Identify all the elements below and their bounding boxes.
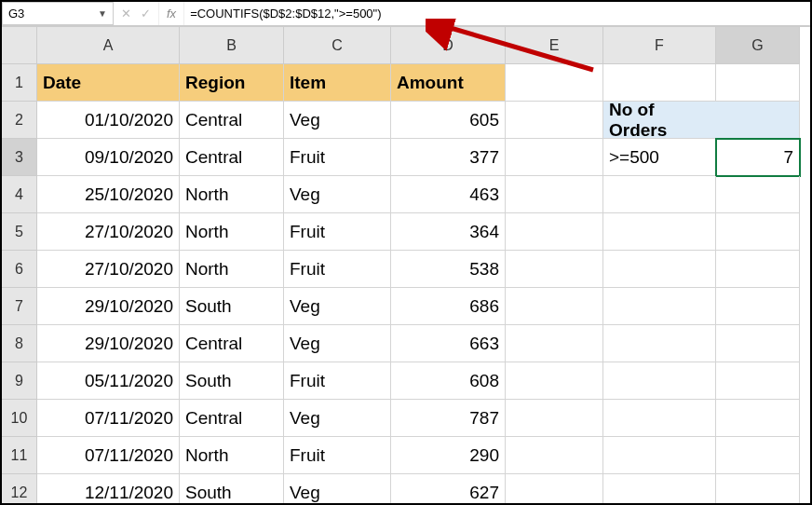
cell-C2[interactable]: Veg — [284, 102, 391, 139]
cell-F9[interactable] — [603, 362, 716, 400]
col-header-A[interactable]: A — [37, 27, 180, 64]
cell-D6[interactable]: 538 — [391, 251, 506, 288]
cell-G2[interactable] — [716, 102, 800, 139]
row-header-5[interactable]: 5 — [2, 213, 37, 251]
cell-F1[interactable] — [603, 64, 716, 102]
cell-E5[interactable] — [506, 213, 603, 251]
row-header-6[interactable]: 6 — [2, 251, 37, 288]
cell-E10[interactable] — [506, 400, 603, 437]
cell-B7[interactable]: South — [180, 288, 284, 325]
row-header-1[interactable]: 1 — [2, 64, 37, 102]
cell-D10[interactable]: 787 — [391, 400, 506, 437]
row-header-9[interactable]: 9 — [2, 362, 37, 400]
cell-A8[interactable]: 29/10/2020 — [37, 325, 180, 362]
cell-B9[interactable]: South — [180, 362, 284, 400]
cell-E6[interactable] — [506, 251, 603, 288]
cell-D3[interactable]: 377 — [391, 139, 506, 176]
header-item[interactable]: Item — [284, 64, 391, 102]
cell-F10[interactable] — [603, 400, 716, 437]
cell-F12[interactable] — [603, 474, 716, 505]
row-header-4[interactable]: 4 — [2, 176, 37, 213]
select-all-corner[interactable] — [2, 27, 37, 64]
cell-A7[interactable]: 29/10/2020 — [37, 288, 180, 325]
cell-F11[interactable] — [603, 437, 716, 474]
row-header-11[interactable]: 11 — [2, 437, 37, 474]
row-header-3[interactable]: 3 — [2, 139, 37, 176]
cell-E2[interactable] — [506, 102, 603, 139]
cell-B4[interactable]: North — [180, 176, 284, 213]
row-header-10[interactable]: 10 — [2, 400, 37, 437]
cell-A3[interactable]: 09/10/2020 — [37, 139, 180, 176]
summary-result-G3[interactable]: 7 — [716, 139, 800, 176]
col-header-D[interactable]: D — [391, 27, 506, 64]
header-amount[interactable]: Amount — [391, 64, 506, 102]
cell-D12[interactable]: 627 — [391, 474, 506, 505]
cell-B2[interactable]: Central — [180, 102, 284, 139]
cell-F8[interactable] — [603, 325, 716, 362]
cell-C5[interactable]: Fruit — [284, 213, 391, 251]
cell-G7[interactable] — [716, 288, 800, 325]
summary-criteria-F3[interactable]: >=500 — [603, 139, 716, 176]
cell-A12[interactable]: 12/11/2020 — [37, 474, 180, 505]
cell-D5[interactable]: 364 — [391, 213, 506, 251]
cell-A10[interactable]: 07/11/2020 — [37, 400, 180, 437]
col-header-F[interactable]: F — [603, 27, 716, 64]
cell-A2[interactable]: 01/10/2020 — [37, 102, 180, 139]
enter-icon[interactable]: ✓ — [141, 7, 151, 20]
cell-G5[interactable] — [716, 213, 800, 251]
cell-B5[interactable]: North — [180, 213, 284, 251]
cell-E12[interactable] — [506, 474, 603, 505]
cell-G10[interactable] — [716, 400, 800, 437]
cell-G12[interactable] — [716, 474, 800, 505]
cell-F6[interactable] — [603, 251, 716, 288]
header-date[interactable]: Date — [37, 64, 180, 102]
cell-D11[interactable]: 290 — [391, 437, 506, 474]
cell-F4[interactable] — [603, 176, 716, 213]
cell-C10[interactable]: Veg — [284, 400, 391, 437]
cell-B10[interactable]: Central — [180, 400, 284, 437]
row-header-12[interactable]: 12 — [2, 474, 37, 505]
cell-C11[interactable]: Fruit — [284, 437, 391, 474]
cell-A4[interactable]: 25/10/2020 — [37, 176, 180, 213]
cell-G9[interactable] — [716, 362, 800, 400]
cell-C6[interactable]: Fruit — [284, 251, 391, 288]
row-header-2[interactable]: 2 — [2, 102, 37, 139]
cell-D8[interactable]: 663 — [391, 325, 506, 362]
cell-C4[interactable]: Veg — [284, 176, 391, 213]
cell-G6[interactable] — [716, 251, 800, 288]
fx-label[interactable]: fx — [159, 2, 184, 25]
col-header-E[interactable]: E — [506, 27, 603, 64]
name-box-dropdown-icon[interactable]: ▼ — [98, 8, 107, 19]
cell-F7[interactable] — [603, 288, 716, 325]
formula-input[interactable]: =COUNTIFS($D$2:$D$12,">=500") — [184, 2, 810, 25]
cell-D2[interactable]: 605 — [391, 102, 506, 139]
cancel-icon[interactable]: ✕ — [121, 7, 131, 20]
cell-C9[interactable]: Fruit — [284, 362, 391, 400]
cell-B12[interactable]: South — [180, 474, 284, 505]
cell-A6[interactable]: 27/10/2020 — [37, 251, 180, 288]
name-box[interactable]: G3 ▼ — [2, 2, 114, 25]
cell-C7[interactable]: Veg — [284, 288, 391, 325]
summary-title-F2[interactable]: No of Orders — [603, 102, 716, 139]
cell-B8[interactable]: Central — [180, 325, 284, 362]
cell-E3[interactable] — [506, 139, 603, 176]
cell-E7[interactable] — [506, 288, 603, 325]
cell-C3[interactable]: Fruit — [284, 139, 391, 176]
cell-B11[interactable]: North — [180, 437, 284, 474]
cell-B3[interactable]: Central — [180, 139, 284, 176]
cell-C8[interactable]: Veg — [284, 325, 391, 362]
cell-A11[interactable]: 07/11/2020 — [37, 437, 180, 474]
row-header-8[interactable]: 8 — [2, 325, 37, 362]
header-region[interactable]: Region — [180, 64, 284, 102]
row-header-7[interactable]: 7 — [2, 288, 37, 325]
cell-D7[interactable]: 686 — [391, 288, 506, 325]
cell-A5[interactable]: 27/10/2020 — [37, 213, 180, 251]
cell-D4[interactable]: 463 — [391, 176, 506, 213]
cell-E4[interactable] — [506, 176, 603, 213]
col-header-B[interactable]: B — [180, 27, 284, 64]
cell-E11[interactable] — [506, 437, 603, 474]
cell-A9[interactable]: 05/11/2020 — [37, 362, 180, 400]
cell-G11[interactable] — [716, 437, 800, 474]
cell-F5[interactable] — [603, 213, 716, 251]
cell-E9[interactable] — [506, 362, 603, 400]
